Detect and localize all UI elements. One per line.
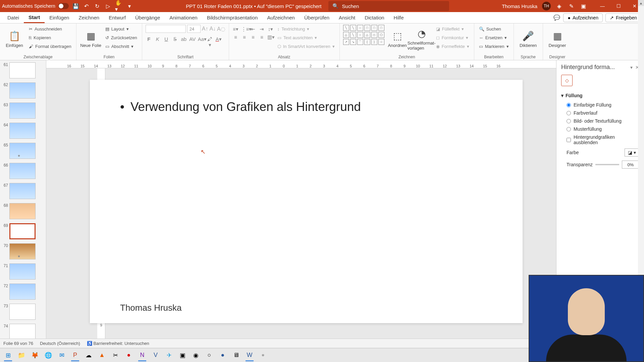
text-direction-button[interactable]: ↕ Textrichtung ▾: [276, 25, 336, 33]
layout-button[interactable]: ▤ Layout ▾: [104, 25, 139, 33]
search-box[interactable]: 🔍: [328, 1, 449, 11]
comments-icon[interactable]: 💬: [553, 14, 560, 21]
decrease-font-icon[interactable]: A↓: [209, 26, 216, 32]
app-window-icon[interactable]: ▣: [580, 2, 587, 10]
tab-überprüfen[interactable]: Überprüfen: [300, 12, 334, 23]
find-button[interactable]: 🔍 Suchen: [478, 25, 510, 33]
tab-bildschirmpräsentation[interactable]: Bildschirmpräsentation: [202, 12, 263, 23]
new-slide-button[interactable]: ▦Neue Folie: [80, 25, 102, 54]
thumbnail-slide-73[interactable]: 73: [0, 302, 46, 322]
thumbnail-slide-61[interactable]: 61: [0, 60, 46, 80]
shadow-icon[interactable]: ab: [180, 36, 187, 48]
firefox-icon[interactable]: 🦊: [29, 349, 41, 361]
language-indicator[interactable]: Deutsch (Österreich): [40, 341, 80, 346]
shape-fill-button[interactable]: ◪ Fülleffekt ▾: [435, 25, 471, 33]
tab-einfügen[interactable]: Einfügen: [45, 12, 74, 23]
fill-section-header[interactable]: ▾ Füllung: [561, 90, 639, 101]
thumbnail-slide-66[interactable]: 66: [0, 161, 46, 181]
obs-icon[interactable]: ◉: [190, 349, 202, 361]
shape-outline-button[interactable]: ◻ Formkontur ▾: [435, 34, 471, 42]
replace-button[interactable]: ↔ Ersetzen ▾: [478, 34, 510, 42]
user-avatar[interactable]: TH: [542, 2, 551, 10]
decrease-indent-icon[interactable]: ⇤: [250, 26, 257, 32]
record-button[interactable]: ● Aufzeichnen: [563, 13, 603, 22]
qat-customize-icon[interactable]: ▾: [126, 2, 133, 10]
align-right-icon[interactable]: ≡: [250, 34, 257, 40]
clear-formatting-icon[interactable]: A◌: [217, 26, 225, 32]
visio-icon[interactable]: V: [150, 349, 162, 361]
underline-icon[interactable]: U: [163, 36, 170, 48]
pen-icon[interactable]: ✎: [568, 2, 575, 10]
tab-aufzeichnen[interactable]: Aufzeichnen: [262, 12, 300, 23]
tab-ansicht[interactable]: Ansicht: [334, 12, 360, 23]
app-icon-3[interactable]: ▣: [176, 349, 189, 361]
accessibility-checker[interactable]: ♿ Barrierefreiheit: Untersuchen: [87, 341, 149, 346]
columns-icon[interactable]: ▥▾: [267, 34, 274, 40]
save-icon[interactable]: 💾: [72, 2, 79, 10]
thumbnail-slide-72[interactable]: 72: [0, 282, 46, 302]
file-name[interactable]: PPT 01 Roter Faden 001.pptx • Auf "diese…: [186, 3, 321, 9]
chrome-icon[interactable]: 🌐: [42, 349, 54, 361]
copy-button[interactable]: ⎘ Kopieren: [28, 34, 73, 42]
thumbnail-list[interactable]: 6162636465★6667686970★71727374: [0, 60, 46, 339]
tab-entwurf[interactable]: Entwurf: [104, 12, 130, 23]
radio-picture-fill[interactable]: Bild- oder Texturfüllung: [561, 117, 639, 125]
redo-icon[interactable]: ↻: [94, 2, 101, 10]
start-button[interactable]: ⊞: [2, 349, 14, 361]
fill-tab-icon[interactable]: ◇: [561, 75, 573, 86]
thumbnail-slide-64[interactable]: 64: [0, 121, 46, 141]
share-button[interactable]: ↗ Freigeben: [605, 13, 641, 22]
search-input[interactable]: [342, 3, 445, 9]
thumbnail-slide-63[interactable]: 63: [0, 101, 46, 121]
coming-soon-icon[interactable]: ◈: [555, 2, 563, 10]
thumbnail-slide-74[interactable]: 74: [0, 322, 46, 339]
tab-start[interactable]: Start: [24, 12, 45, 23]
highlight-icon[interactable]: 🖍▾: [207, 36, 213, 48]
slide-author-text[interactable]: Thomas Hruska: [120, 303, 182, 313]
justify-icon[interactable]: ≡: [259, 34, 265, 40]
font-size-input[interactable]: 24: [187, 25, 201, 33]
thumbnail-slide-65[interactable]: 65★: [0, 141, 46, 161]
slide-bullet-text[interactable]: Verwendung von Grafiken als Hintergrund: [120, 100, 492, 114]
paste-button[interactable]: 📋Einfügen: [3, 25, 25, 54]
numbering-icon[interactable]: ⋮≡▾: [241, 26, 248, 32]
slide-counter[interactable]: Folie 69 von 76: [3, 341, 33, 346]
tab-hilfe[interactable]: Hilfe: [389, 12, 409, 23]
bold-icon[interactable]: F: [146, 36, 152, 48]
arrange-button[interactable]: ⬚Anordnen: [386, 25, 409, 54]
quick-styles-button[interactable]: ◔Schnellformat-vorlagen: [411, 25, 433, 54]
telegram-icon[interactable]: ✈: [163, 349, 175, 361]
app-icon-7[interactable]: ▫: [257, 349, 269, 361]
align-left-icon[interactable]: ≡: [232, 34, 239, 40]
font-color-icon[interactable]: A▾: [215, 36, 222, 48]
tab-übergänge[interactable]: Übergänge: [130, 12, 165, 23]
vlc-icon[interactable]: ▲: [96, 349, 108, 361]
designer-button[interactable]: ▦Designer: [546, 25, 569, 54]
thumbnail-slide-70[interactable]: 70★: [0, 241, 46, 261]
thumbnail-slide-62[interactable]: 62: [0, 80, 46, 101]
undo-icon[interactable]: ↶: [83, 2, 90, 10]
cut-button[interactable]: ✂ Ausschneiden: [28, 25, 73, 33]
char-spacing-icon[interactable]: AV: [189, 36, 196, 48]
convert-smartart-button[interactable]: ⬡ In SmartArt konvertieren ▾: [276, 42, 336, 50]
tab-zeichnen[interactable]: Zeichnen: [74, 12, 104, 23]
color-picker-button[interactable]: ◪ ▾: [625, 148, 639, 157]
align-text-button[interactable]: ▭ Text ausrichten ▾: [276, 34, 336, 42]
autosave-toggle[interactable]: Automatisches Speichern: [2, 3, 69, 9]
format-painter-button[interactable]: 🖌 Format übertragen: [28, 42, 73, 50]
onenote-icon[interactable]: N: [136, 349, 148, 361]
radio-pattern-fill[interactable]: Musterfüllung: [561, 125, 639, 133]
font-name-input[interactable]: [146, 25, 186, 33]
transparency-slider[interactable]: [595, 164, 619, 165]
autosave-switch[interactable]: [58, 3, 69, 9]
start-from-beginning-icon[interactable]: ▷: [104, 2, 112, 10]
maximize-button[interactable]: ☐: [611, 1, 626, 11]
slide[interactable]: Verwendung von Grafiken als Hintergrund …: [90, 80, 523, 323]
app-icon-6[interactable]: 🖥: [230, 349, 242, 361]
app-icon-1[interactable]: ☁: [83, 349, 95, 361]
bullets-icon[interactable]: ≡▾: [232, 26, 239, 32]
tab-datei[interactable]: Datei: [3, 12, 24, 23]
reset-button[interactable]: ↺ Zurücksetzen: [104, 34, 139, 42]
powerpoint-icon[interactable]: P: [69, 349, 81, 361]
section-button[interactable]: ▭ Abschnitt ▾: [104, 42, 139, 50]
